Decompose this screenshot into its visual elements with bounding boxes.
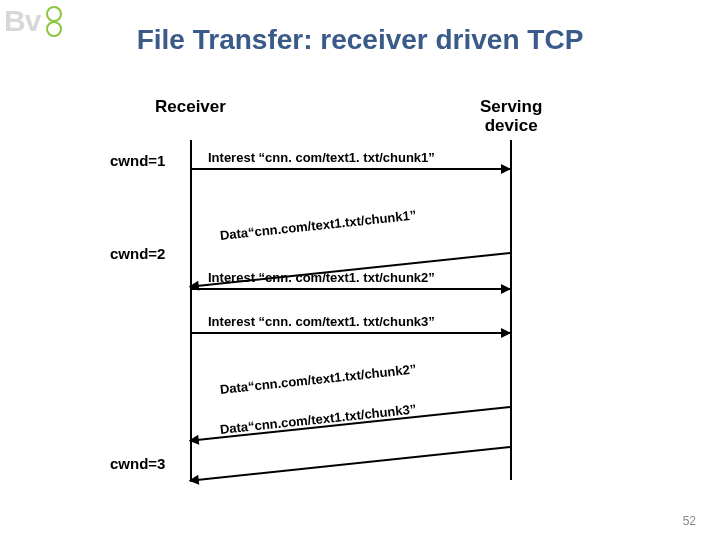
slide-title: File Transfer: receiver driven TCP	[0, 24, 720, 56]
serving-device-header: Serving device	[480, 98, 542, 135]
serving-line2: device	[485, 116, 538, 135]
msg-data-2: Data“cnn.com/text1.txt/chunk2”	[219, 361, 417, 397]
msg-data-1: Data“cnn.com/text1.txt/chunk1”	[219, 207, 417, 243]
receiver-lifeline	[190, 140, 192, 480]
msg-interest-3: Interest “cnn. com/text1. txt/chunk3”	[208, 314, 435, 329]
msg-data-3: Data“cnn.com/text1.txt/chunk3”	[219, 401, 417, 437]
msg-interest-2: Interest “cnn. com/text1. txt/chunk2”	[208, 270, 435, 285]
serving-lifeline	[510, 140, 512, 480]
msg-interest-1: Interest “cnn. com/text1. txt/chunk1”	[208, 150, 435, 165]
arrow-interest-1	[190, 168, 510, 170]
arrow-interest-3	[190, 332, 510, 334]
cwnd-label-3: cwnd=3	[110, 455, 165, 472]
page-number: 52	[683, 514, 696, 528]
cwnd-label-2: cwnd=2	[110, 245, 165, 262]
serving-line1: Serving	[480, 97, 542, 116]
arrow-interest-2	[190, 288, 510, 290]
receiver-header: Receiver	[155, 98, 226, 117]
sequence-diagram: Receiver Serving device cwnd=1 cwnd=2 cw…	[120, 90, 600, 500]
arrow-data-3	[190, 446, 510, 482]
cwnd-label-1: cwnd=1	[110, 152, 165, 169]
